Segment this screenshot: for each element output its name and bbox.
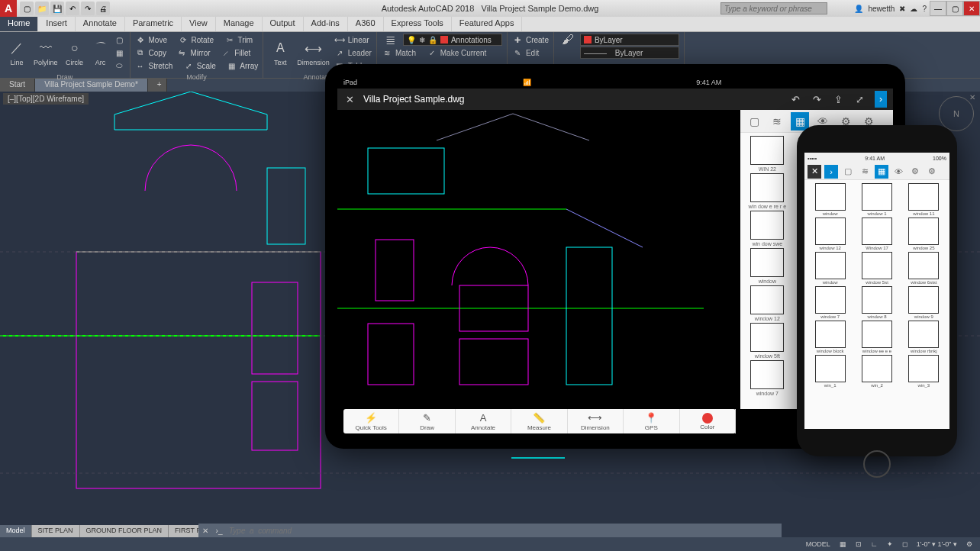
palette-item[interactable]: window block	[808, 321, 853, 353]
mirror-icon[interactable]: ⇋	[176, 47, 187, 58]
ipad-share-icon[interactable]: ⇪	[832, 93, 844, 105]
line-button[interactable]: ／Line	[5, 34, 29, 72]
gear-icon[interactable]: ⚙	[963, 540, 975, 548]
palette-item[interactable]: window 5st	[854, 252, 899, 285]
palette-item[interactable]: window 25	[901, 218, 946, 250]
palette-item[interactable]: window 6stst	[901, 252, 946, 285]
palette-item[interactable]: window 12	[808, 218, 853, 250]
ipad-dimension-button[interactable]: ⟷Dimension	[568, 409, 624, 433]
qat-new-icon[interactable]: ▢	[20, 2, 34, 15]
array-icon[interactable]: ▦	[226, 60, 237, 71]
qat-open-icon[interactable]: 📁	[35, 2, 49, 15]
ipad-color-button[interactable]: Color	[680, 409, 736, 433]
palette-item[interactable]: window rbnkj	[901, 321, 946, 353]
palette-item[interactable]: window 7	[808, 286, 853, 319]
palette-item[interactable]: win_3	[901, 355, 946, 388]
tab-insert[interactable]: Insert	[38, 17, 76, 31]
app-logo[interactable]: A	[0, 0, 17, 17]
osnap-icon[interactable]: ◻	[899, 540, 911, 548]
qat-redo-icon[interactable]: ↷	[81, 2, 95, 15]
palette-item[interactable]: window 9	[901, 286, 946, 319]
iphone-close-icon[interactable]: ✕	[808, 165, 821, 179]
makecurrent-icon[interactable]: ✓	[427, 47, 437, 58]
tab-output[interactable]: Output	[263, 17, 304, 31]
polyline-button[interactable]: 〰Polyline	[31, 34, 61, 72]
stretch-icon[interactable]: ↔	[135, 60, 146, 71]
linetype-dropdown[interactable]: ——— ByLayer	[580, 47, 679, 59]
palette-item[interactable]: WIN 22	[743, 136, 791, 172]
tab-annotate[interactable]: Annotate	[76, 17, 125, 31]
minimize-button[interactable]: —	[930, 1, 946, 16]
palette-item[interactable]: window 1	[854, 183, 899, 216]
cmd-chevron-icon[interactable]: ›_	[212, 524, 226, 537]
palette-item[interactable]: win dow swe	[743, 211, 791, 246]
trim-icon[interactable]: ✂	[224, 34, 235, 45]
ipad-gps-button[interactable]: 📍GPS	[624, 409, 679, 433]
dims-status[interactable]: 1'-0" ▾ 1'-0" ▾	[914, 540, 960, 548]
ipad-draw-button[interactable]: ✎Draw	[399, 409, 455, 433]
ipad-measure-button[interactable]: 📏Measure	[511, 409, 567, 433]
palette-item[interactable]: window	[808, 252, 853, 285]
move-icon[interactable]: ✥	[135, 34, 146, 45]
iphone-blocks-icon[interactable]: ▦	[875, 165, 888, 179]
ipad-blocks-icon[interactable]: ▦	[791, 112, 809, 130]
iphone-layers-icon[interactable]: ≋	[858, 165, 872, 179]
palette-item[interactable]: window 8	[854, 286, 899, 319]
tab-manage[interactable]: Manage	[216, 17, 263, 31]
ipad-close-icon[interactable]: ✕	[343, 93, 356, 105]
palette-item[interactable]: window 12	[743, 285, 791, 321]
palette-item[interactable]: window 5ft	[743, 323, 791, 359]
palette-item[interactable]: window 11	[901, 183, 946, 216]
dimension-button[interactable]: ⟷Dimension	[294, 34, 333, 72]
rect-icon[interactable]: ▢	[114, 34, 125, 45]
qat-print-icon[interactable]: 🖨	[96, 2, 110, 15]
qat-undo-icon[interactable]: ↶	[66, 2, 79, 15]
color-dropdown[interactable]: ByLayer	[580, 34, 679, 46]
maximize-button[interactable]: ▢	[946, 1, 963, 16]
arc-button[interactable]: ⌒Arc	[89, 34, 113, 72]
match-icon[interactable]: ≋	[382, 47, 392, 58]
create-block-icon[interactable]: ✚	[512, 34, 523, 45]
circle-button[interactable]: ○Circle	[63, 34, 87, 72]
fillet-icon[interactable]: ⟋	[221, 47, 231, 58]
palette-item[interactable]: window ee e e	[854, 321, 899, 353]
tab-expresstools[interactable]: Express Tools	[384, 17, 452, 31]
palette-item[interactable]: Window 17	[854, 218, 899, 250]
ipad-layers-icon[interactable]: ≋	[768, 112, 786, 130]
tab-a360[interactable]: A360	[348, 17, 384, 31]
polar-icon[interactable]: ✦	[884, 540, 896, 548]
text-button[interactable]: AText	[268, 34, 292, 72]
scale-icon[interactable]: ⤢	[183, 60, 194, 71]
grid-icon[interactable]: ▦	[837, 540, 849, 548]
hatch-icon[interactable]: ▦	[114, 47, 125, 58]
snap-icon[interactable]: ⊡	[853, 540, 865, 548]
ipad-annotate-button[interactable]: AAnnotate	[456, 409, 511, 433]
qat-save-icon[interactable]: 💾	[50, 2, 64, 15]
tab-addins[interactable]: Add-ins	[304, 17, 348, 31]
exchange-icon[interactable]: ✖	[899, 5, 905, 13]
ipad-panel-toggle[interactable]: ›	[875, 91, 887, 108]
palette-item[interactable]: win_1	[808, 355, 853, 388]
palette-item[interactable]: window 7	[743, 360, 791, 396]
search-input[interactable]: Type a keyword or phrase	[720, 2, 827, 14]
help-icon[interactable]: ?	[922, 5, 927, 13]
palette-item[interactable]: win dow e re r e	[743, 173, 791, 209]
edit-block-icon[interactable]: ✎	[512, 47, 523, 58]
palette-item[interactable]: win_2	[854, 355, 899, 388]
ipad-expand-icon[interactable]: ⤢	[853, 93, 866, 105]
tab-parametric[interactable]: Parametric	[125, 17, 182, 31]
command-input[interactable]	[226, 527, 782, 535]
ellipse-icon[interactable]: ⬭	[114, 60, 125, 71]
ipad-quicktools-button[interactable]: ⚡Quick Tools	[343, 409, 399, 433]
layout-tab-site[interactable]: SITE PLAN	[32, 525, 80, 537]
leader-icon[interactable]: ↗	[334, 47, 345, 58]
iphone-panel-toggle[interactable]: ›	[824, 165, 838, 179]
linear-icon[interactable]: ⟷	[334, 34, 345, 45]
iphone-palette-grid[interactable]: windowwindow 1window 11window 12Window 1…	[804, 180, 949, 391]
cmd-close-icon[interactable]: ✕	[198, 524, 212, 537]
palette-item[interactable]: window	[808, 183, 853, 216]
iphone-home-button[interactable]	[863, 450, 891, 478]
tab-view[interactable]: View	[182, 17, 216, 31]
layout-tab-model[interactable]: Model	[0, 525, 32, 537]
iphone-sliders-icon[interactable]: ⚙	[908, 165, 922, 179]
